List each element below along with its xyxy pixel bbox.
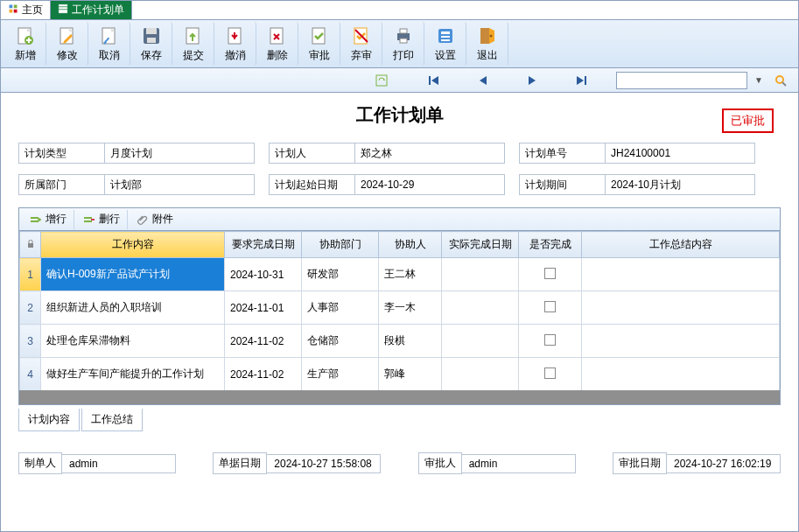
first-button[interactable] bbox=[424, 72, 445, 89]
done-checkbox[interactable] bbox=[544, 368, 556, 379]
done-checkbox[interactable] bbox=[544, 334, 556, 346]
delete-button[interactable]: 删除 bbox=[256, 22, 298, 66]
cell-content[interactable]: 组织新进人员的入职培训 bbox=[41, 291, 225, 325]
refresh-button[interactable] bbox=[371, 72, 392, 89]
planner-value[interactable]: 郑之林 bbox=[354, 143, 505, 164]
col-due[interactable]: 要求完成日期 bbox=[225, 232, 302, 258]
cell-done[interactable] bbox=[519, 325, 582, 358]
table-row[interactable]: 1确认H-009新产品试产计划2024-10-31研发部王二林 bbox=[20, 258, 780, 291]
cell-person[interactable]: 郭峰 bbox=[379, 358, 442, 391]
cell-due[interactable]: 2024-11-01 bbox=[225, 291, 302, 325]
done-checkbox[interactable] bbox=[544, 301, 556, 312]
cell-done[interactable] bbox=[519, 358, 582, 391]
last-button[interactable] bbox=[571, 72, 592, 89]
tab-work-summary[interactable]: 工作总结 bbox=[81, 409, 143, 431]
cell-summary[interactable] bbox=[582, 291, 780, 325]
table-row[interactable]: 3处理仓库呆滞物料2024-11-02仓储部段棋 bbox=[20, 325, 780, 358]
settings-icon bbox=[435, 25, 456, 48]
col-content[interactable]: 工作内容 bbox=[41, 232, 225, 258]
revoke-icon bbox=[225, 25, 246, 48]
tab-home-label: 主页 bbox=[22, 3, 43, 18]
add-button[interactable]: 新增 bbox=[4, 22, 46, 66]
submit-button[interactable]: 提交 bbox=[172, 22, 214, 66]
svg-rect-17 bbox=[312, 28, 325, 44]
cell-actual[interactable] bbox=[442, 258, 519, 291]
cell-done[interactable] bbox=[519, 291, 582, 325]
cancel-button[interactable]: 取消 bbox=[88, 22, 130, 66]
bottom-tabs: 计划内容 工作总结 bbox=[18, 409, 781, 431]
table-row[interactable]: 4做好生产车间产能提升的工作计划2024-11-02生产部郭峰 bbox=[20, 358, 780, 391]
svg-rect-25 bbox=[441, 36, 450, 38]
cell-actual[interactable] bbox=[442, 291, 519, 325]
tab-home[interactable]: 主页 bbox=[1, 1, 51, 19]
find-button[interactable] bbox=[770, 72, 791, 89]
revoke-button[interactable]: 撤消 bbox=[214, 22, 256, 66]
tab-plan-content[interactable]: 计划内容 bbox=[18, 409, 80, 431]
cell-done[interactable] bbox=[519, 258, 582, 291]
delrow-button[interactable]: 删行 bbox=[76, 210, 128, 229]
table-row[interactable]: 2组织新进人员的入职培训2024-11-01人事部李一木 bbox=[20, 291, 780, 325]
edit-button[interactable]: 修改 bbox=[46, 22, 88, 66]
cell-dept[interactable]: 生产部 bbox=[302, 358, 379, 391]
done-checkbox[interactable] bbox=[544, 268, 556, 279]
cell-due[interactable]: 2024-11-02 bbox=[225, 358, 302, 391]
cell-content[interactable]: 处理仓库呆滞物料 bbox=[41, 325, 225, 358]
addrow-button[interactable]: 增行 bbox=[23, 210, 74, 229]
cell-summary[interactable] bbox=[582, 258, 780, 291]
prev-icon bbox=[478, 75, 488, 86]
cell-dept[interactable]: 研发部 bbox=[302, 258, 379, 291]
col-actual[interactable]: 实际完成日期 bbox=[442, 232, 519, 258]
save-button[interactable]: 保存 bbox=[130, 22, 172, 66]
cell-content[interactable]: 做好生产车间产能提升的工作计划 bbox=[41, 358, 225, 391]
department-value[interactable]: 计划部 bbox=[104, 174, 255, 195]
cell-person[interactable]: 段棋 bbox=[379, 325, 442, 358]
cell-due[interactable]: 2024-11-02 bbox=[225, 325, 302, 358]
svg-point-32 bbox=[776, 76, 783, 83]
plan-period-label: 计划期间 bbox=[519, 174, 605, 195]
print-button[interactable]: 打印 bbox=[382, 22, 424, 66]
grid: 增行 删行 附件 工作内容 要求完成日期 协助部门 协助人 实际完成日期 是否完… bbox=[18, 207, 781, 405]
prev-button[interactable] bbox=[473, 72, 494, 89]
exit-button[interactable]: 退出 bbox=[466, 22, 508, 66]
plan-no-value[interactable]: JH24100001 bbox=[605, 143, 755, 164]
search-input[interactable] bbox=[616, 72, 747, 89]
cell-summary[interactable] bbox=[582, 358, 780, 391]
plan-type-value[interactable]: 月度计划 bbox=[104, 143, 255, 164]
approve-date-label: 审批日期 bbox=[613, 452, 667, 474]
svg-line-33 bbox=[782, 82, 786, 86]
attach-button[interactable]: 附件 bbox=[130, 210, 180, 229]
col-person[interactable]: 协助人 bbox=[379, 232, 442, 258]
approve-button[interactable]: 审批 bbox=[298, 22, 340, 66]
dropdown-icon[interactable]: ▼ bbox=[754, 75, 763, 85]
discard-button[interactable]: 弃审 bbox=[340, 22, 382, 66]
cell-dept[interactable]: 仓储部 bbox=[302, 325, 379, 358]
cell-actual[interactable] bbox=[442, 325, 519, 358]
sheet-icon bbox=[58, 4, 68, 17]
lock-icon bbox=[26, 240, 35, 248]
col-done[interactable]: 是否完成 bbox=[519, 232, 582, 258]
approve-icon bbox=[309, 25, 330, 48]
refresh-icon bbox=[375, 74, 389, 88]
settings-button[interactable]: 设置 bbox=[424, 22, 466, 66]
next-button[interactable] bbox=[522, 72, 543, 89]
col-summary[interactable]: 工作总结内容 bbox=[582, 232, 780, 258]
cell-summary[interactable] bbox=[582, 325, 780, 358]
addrow-icon bbox=[30, 214, 42, 226]
cell-dept[interactable]: 人事部 bbox=[302, 291, 379, 325]
print-label: 打印 bbox=[393, 48, 414, 63]
cell-content[interactable]: 确认H-009新产品试产计划 bbox=[41, 258, 225, 291]
cell-actual[interactable] bbox=[442, 358, 519, 391]
cell-person[interactable]: 李一木 bbox=[379, 291, 442, 325]
cell-person[interactable]: 王二林 bbox=[379, 258, 442, 291]
col-dept[interactable]: 协助部门 bbox=[302, 232, 379, 258]
discard-icon bbox=[351, 25, 372, 48]
approve-label: 审批 bbox=[309, 48, 330, 63]
start-date-value[interactable]: 2024-10-29 bbox=[354, 174, 505, 195]
plan-period-value[interactable]: 2024-10月计划 bbox=[605, 174, 755, 195]
col-lock[interactable] bbox=[20, 232, 41, 258]
exit-label: 退出 bbox=[477, 48, 498, 63]
svg-rect-3 bbox=[14, 10, 18, 13]
tab-workplan[interactable]: 工作计划单 bbox=[51, 1, 132, 19]
cell-due[interactable]: 2024-10-31 bbox=[225, 258, 302, 291]
row-number: 2 bbox=[20, 291, 41, 325]
